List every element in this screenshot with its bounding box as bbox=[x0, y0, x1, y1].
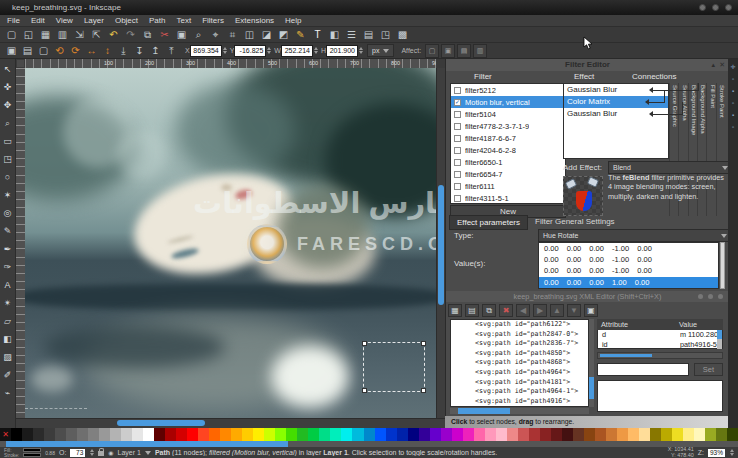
filter-checkbox[interactable] bbox=[454, 147, 461, 154]
filter-checkbox[interactable] bbox=[454, 111, 461, 118]
color-swatch[interactable] bbox=[496, 428, 507, 441]
xml-tree-hscrollbar[interactable] bbox=[450, 408, 589, 414]
menu-item[interactable]: View bbox=[56, 16, 73, 25]
color-swatch[interactable] bbox=[165, 428, 176, 441]
paint-bucket-tool-icon[interactable]: ◧ bbox=[1, 331, 14, 347]
color-swatch[interactable] bbox=[650, 428, 661, 441]
color-swatch[interactable] bbox=[661, 428, 672, 441]
color-swatch[interactable] bbox=[584, 428, 595, 441]
raise-icon[interactable]: ↥ bbox=[149, 44, 162, 57]
layer-lock-icon[interactable] bbox=[98, 451, 104, 456]
selection-handle[interactable] bbox=[421, 341, 426, 346]
color-swatch[interactable] bbox=[264, 428, 275, 441]
new-element-node-icon[interactable]: ▦ bbox=[448, 304, 462, 317]
filter-editor-tab[interactable]: Effect parameters bbox=[449, 215, 528, 230]
close-button[interactable] bbox=[718, 294, 723, 299]
dock-iconify-icon[interactable]: ▴ bbox=[712, 59, 716, 71]
xml-tree-node[interactable]: <svg:path id="path4964-1"> bbox=[451, 387, 588, 397]
snap-enable-icon[interactable]: ✛ bbox=[730, 63, 735, 70]
horizontal-ruler[interactable]: 1002003004005006007008009001000 bbox=[25, 59, 436, 68]
color-swatch[interactable] bbox=[143, 428, 154, 441]
color-swatch[interactable] bbox=[99, 428, 110, 441]
color-swatch[interactable] bbox=[110, 428, 121, 441]
connector-tool-icon[interactable]: ⌁ bbox=[1, 385, 14, 401]
color-swatch[interactable] bbox=[11, 428, 22, 441]
vertical-ruler[interactable] bbox=[16, 68, 25, 418]
filter-list-item[interactable]: filter4311-5-1 bbox=[451, 192, 565, 204]
affect-transform-stroke-icon[interactable]: ▢ bbox=[425, 44, 439, 58]
xml-tree-node[interactable]: <svg:path id="path4868"> bbox=[451, 358, 588, 368]
scrollbar-thumb[interactable] bbox=[458, 408, 510, 414]
color-swatch[interactable] bbox=[705, 428, 716, 441]
color-swatch[interactable] bbox=[44, 428, 55, 441]
color-swatch[interactable] bbox=[154, 428, 165, 441]
xml-tree-node[interactable]: <svg:path id="path4954"> bbox=[451, 406, 588, 407]
minimize-button[interactable] bbox=[699, 4, 706, 11]
color-swatch[interactable] bbox=[474, 428, 485, 441]
move-node-up-icon[interactable]: ▲ bbox=[550, 304, 564, 317]
create-clone-icon[interactable]: ◪ bbox=[260, 28, 273, 41]
xml-editor-title[interactable]: keep_breathing.svg XML Editor (Shift+Ctr… bbox=[446, 291, 729, 302]
color-swatch[interactable] bbox=[253, 428, 264, 441]
matrix-scrollbar[interactable] bbox=[720, 242, 725, 289]
type-dropdown[interactable]: Hue Rotate bbox=[538, 229, 732, 242]
menu-item[interactable]: Filters bbox=[202, 16, 224, 25]
lower-to-bottom-icon[interactable]: ⤓ bbox=[117, 44, 130, 57]
color-swatch[interactable] bbox=[198, 428, 209, 441]
color-swatch[interactable] bbox=[308, 428, 319, 441]
zoom-tool-icon[interactable]: ⌕ bbox=[1, 115, 14, 131]
menu-item[interactable]: Path bbox=[149, 16, 165, 25]
zoom-spinner[interactable] bbox=[730, 447, 734, 458]
selection-handle[interactable] bbox=[362, 341, 367, 346]
color-swatch[interactable] bbox=[364, 428, 375, 441]
affect-patterns-icon[interactable]: ▥ bbox=[473, 44, 487, 58]
color-swatch[interactable] bbox=[694, 428, 705, 441]
select-all-layers-icon[interactable]: ▤ bbox=[21, 44, 34, 57]
xml-tree-vscrollbar[interactable] bbox=[589, 319, 594, 407]
filter-checkbox[interactable] bbox=[454, 171, 461, 178]
filter-editor-tab[interactable]: Filter General Settings bbox=[528, 215, 622, 230]
calligraphy-tool-icon[interactable]: ✑ bbox=[1, 259, 14, 275]
star-tool-icon[interactable]: ✶ bbox=[1, 187, 14, 203]
paste-icon[interactable]: ▣ bbox=[175, 28, 188, 41]
color-swatch[interactable] bbox=[507, 428, 518, 441]
attribute-row[interactable]: id path4916-5 bbox=[598, 340, 722, 349]
attribute-name-input[interactable] bbox=[597, 363, 689, 376]
horizontal-scrollbar[interactable] bbox=[16, 418, 445, 428]
snap-nodes-icon[interactable]: ▪ bbox=[732, 88, 734, 94]
xml-tree-node[interactable]: <svg:path id="path4181"> bbox=[451, 378, 588, 388]
color-swatch[interactable] bbox=[529, 428, 540, 441]
filter-list-item[interactable]: filter4187-6-6-7 bbox=[451, 132, 565, 144]
color-swatch[interactable] bbox=[595, 428, 606, 441]
vertical-scrollbar-thumb[interactable] bbox=[438, 185, 444, 305]
color-swatch[interactable] bbox=[352, 428, 363, 441]
color-swatch[interactable] bbox=[551, 428, 562, 441]
cut-icon[interactable]: ✂ bbox=[158, 28, 171, 41]
flip-vertical-icon[interactable]: ↕ bbox=[101, 44, 114, 57]
layer-selector[interactable]: Layer 1 bbox=[118, 449, 141, 456]
geometry-input[interactable]: 201.900 bbox=[326, 45, 358, 57]
horizontal-scrollbar-thumb[interactable] bbox=[117, 420, 205, 426]
geometry-input[interactable]: 869.354 bbox=[190, 45, 222, 57]
color-swatch[interactable] bbox=[341, 428, 352, 441]
filter-list-item[interactable]: filter6654-7 bbox=[451, 168, 565, 180]
node-auto-indent-icon[interactable]: ▣ bbox=[584, 304, 598, 317]
color-swatch[interactable] bbox=[617, 428, 628, 441]
color-swatch[interactable] bbox=[672, 428, 683, 441]
snap-paths-icon[interactable]: ▫ bbox=[732, 100, 734, 106]
menu-item[interactable]: Extensions bbox=[235, 16, 274, 25]
menu-item[interactable]: Layer bbox=[84, 16, 104, 25]
redo-icon[interactable]: ↷ bbox=[124, 28, 137, 41]
snap-page-border-icon[interactable]: ▪ bbox=[732, 112, 734, 118]
color-swatch[interactable] bbox=[33, 428, 44, 441]
indent-node-icon[interactable]: ▶ bbox=[533, 304, 547, 317]
filter-list-item[interactable]: filter5212 bbox=[451, 84, 565, 96]
opacity-spinner[interactable] bbox=[90, 447, 94, 458]
color-swatch[interactable] bbox=[386, 428, 397, 441]
color-swatch[interactable] bbox=[716, 428, 727, 441]
node-editor-tool-icon[interactable]: ✜ bbox=[1, 79, 14, 95]
color-swatch[interactable] bbox=[441, 428, 452, 441]
maximize-button[interactable] bbox=[712, 4, 719, 11]
menu-item[interactable]: Edit bbox=[31, 16, 45, 25]
spiral-tool-icon[interactable]: ◎ bbox=[1, 205, 14, 221]
